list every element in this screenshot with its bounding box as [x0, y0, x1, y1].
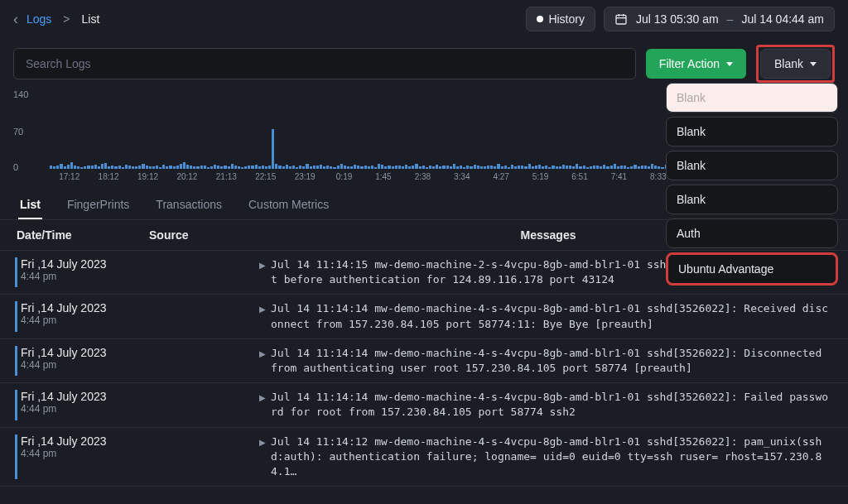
row-message: Jul 14 11:14:14 mw-demo-machine-4-s-4vcp… [271, 390, 833, 420]
tab-transactions[interactable]: Transactions [154, 191, 224, 219]
chevron-down-icon [810, 62, 817, 66]
xtick: 7:41 [600, 172, 638, 181]
row-accent [15, 301, 17, 331]
xtick: 5:19 [521, 172, 560, 181]
history-button[interactable]: History [526, 7, 595, 31]
table-row[interactable]: Fri ,14 July 20234:44 pm▶Jul 14 11:14:14… [0, 295, 848, 338]
row-message: Jul 14 11:14:12 mw-demo-machine-4-s-4vcp… [271, 434, 833, 480]
row-accent [15, 257, 17, 287]
filter-action-button[interactable]: Filter Action [646, 49, 746, 79]
expand-caret-icon[interactable]: ▶ [259, 305, 266, 314]
tab-fingerprints[interactable]: FingerPrints [65, 191, 131, 219]
blank-dropdown-button[interactable]: Blank [760, 49, 831, 79]
row-datetime: Fri ,14 July 20234:44 pm [21, 390, 152, 415]
breadcrumb-root[interactable]: Logs [26, 12, 51, 26]
ytick: 0 [13, 162, 18, 172]
row-message: Jul 14 11:14:14 mw-demo-machine-4-s-4vcp… [271, 301, 833, 331]
table-row[interactable]: Fri ,14 July 20234:44 pm▶Jul 14 11:14:12… [0, 428, 848, 487]
table-row[interactable]: Fri ,14 July 20234:44 pm▶Jul 14 11:14:14… [0, 339, 848, 383]
filter-action-label: Filter Action [659, 57, 720, 70]
xtick: 4:27 [481, 172, 520, 181]
date-to: Jul 14 04:44 am [741, 12, 824, 26]
xtick: 0:19 [325, 172, 364, 181]
row-accent [15, 434, 17, 480]
row-datetime: Fri ,14 July 20234:44 pm [21, 301, 152, 326]
history-label: History [548, 12, 585, 26]
xtick: 20:12 [167, 172, 206, 181]
tab-list[interactable]: List [18, 191, 42, 219]
xtick: 18:12 [89, 172, 128, 181]
xtick: 22:15 [246, 172, 285, 181]
date-from: Jul 13 05:30 am [636, 12, 719, 26]
xtick: 2:38 [403, 172, 442, 181]
filter-dropdown: BlankBlankBlankBlankAuthUbuntu Advantage [666, 83, 838, 290]
xtick: 23:19 [285, 172, 324, 181]
xtick: 3:34 [442, 172, 481, 181]
search-input[interactable] [13, 48, 636, 79]
xtick: 21:13 [207, 172, 246, 181]
dropdown-item[interactable]: Blank [666, 151, 838, 180]
row-accent [15, 346, 17, 376]
dropdown-item[interactable]: Blank [666, 117, 838, 146]
date-range-picker[interactable]: Jul 13 05:30 am – Jul 14 04:44 am [604, 7, 835, 31]
header-datetime: Date/Time [17, 228, 149, 242]
dropdown-item[interactable]: Auth [666, 218, 838, 248]
calendar-icon [614, 12, 628, 26]
xtick: 19:12 [128, 172, 167, 181]
dropdown-item[interactable]: Blank [666, 83, 838, 113]
table-row[interactable]: Fri ,14 July 20234:44 pm▶Jul 14 11:14:14… [0, 383, 848, 427]
xtick: 17:12 [50, 172, 89, 181]
dropdown-item[interactable]: Blank [666, 185, 838, 214]
row-accent [15, 390, 17, 420]
expand-caret-icon[interactable]: ▶ [259, 349, 266, 358]
expand-caret-icon[interactable]: ▶ [259, 438, 266, 447]
expand-caret-icon[interactable]: ▶ [259, 393, 266, 402]
svg-rect-0 [616, 15, 626, 24]
date-separator: – [727, 12, 734, 26]
dropdown-item[interactable]: Ubuntu Advantage [666, 252, 838, 286]
tab-custom-metrics[interactable]: Custom Metrics [247, 191, 330, 219]
breadcrumb-current: List [82, 12, 100, 26]
xtick: 6:51 [560, 172, 599, 181]
row-datetime: Fri ,14 July 20234:44 pm [21, 257, 152, 282]
expand-caret-icon[interactable]: ▶ [259, 261, 266, 270]
breadcrumb-separator: > [63, 12, 70, 26]
header-source: Source [149, 228, 265, 242]
chevron-down-icon [726, 62, 733, 66]
row-datetime: Fri ,14 July 20234:44 pm [21, 434, 152, 459]
row-message: Jul 14 11:14:14 mw-demo-machine-4-s-4vcp… [271, 346, 833, 376]
row-datetime: Fri ,14 July 20234:44 pm [21, 346, 152, 371]
blank-dropdown-label: Blank [774, 57, 803, 70]
back-chevron-icon[interactable]: ‹ [13, 11, 18, 28]
xtick: 1:45 [364, 172, 402, 181]
history-dot-icon [537, 16, 543, 22]
ytick: 140 [13, 89, 28, 99]
ytick: 70 [13, 127, 23, 137]
